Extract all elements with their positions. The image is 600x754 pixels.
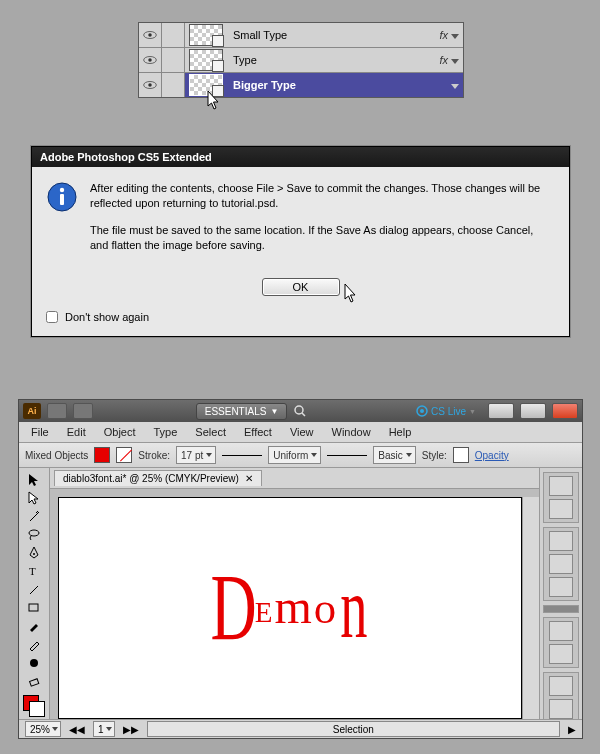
menu-file[interactable]: File: [23, 424, 57, 440]
paintbrush-tool[interactable]: [23, 618, 45, 634]
layer-row[interactable]: Small Type fx: [139, 23, 463, 48]
fill-stroke-indicator[interactable]: [23, 695, 45, 715]
svg-point-14: [33, 553, 35, 555]
ai-titlebar[interactable]: Ai ESSENTIALS ▼ CS Live ▼: [19, 400, 582, 422]
stroke-swatch[interactable]: [116, 447, 132, 463]
document-tab[interactable]: diablo3font.ai* @ 25% (CMYK/Preview) ✕: [54, 470, 262, 486]
artboard-nav-prev[interactable]: ◀◀: [69, 724, 85, 735]
close-tab-icon[interactable]: ✕: [245, 473, 253, 484]
panel-group[interactable]: [543, 605, 579, 613]
type-tool[interactable]: T: [23, 563, 45, 579]
fx-indicator[interactable]: fx: [429, 54, 463, 66]
layer-thumbnail[interactable]: [189, 74, 223, 96]
lasso-tool[interactable]: [23, 527, 45, 543]
swatches-panel-icon[interactable]: [549, 499, 573, 519]
menu-type[interactable]: Type: [146, 424, 186, 440]
menu-edit[interactable]: Edit: [59, 424, 94, 440]
minimize-button[interactable]: [488, 403, 514, 419]
visibility-toggle[interactable]: [139, 48, 162, 72]
arrange-docs-icon[interactable]: [73, 403, 93, 419]
symbols-panel-icon[interactable]: [549, 676, 573, 696]
appearance-panel-icon[interactable]: [549, 621, 573, 641]
selection-tool[interactable]: [23, 472, 45, 488]
stroke-preview: [222, 455, 262, 456]
visibility-toggle[interactable]: [139, 23, 162, 47]
layer-thumbnail[interactable]: [189, 49, 223, 71]
panel-group[interactable]: [543, 527, 579, 601]
opacity-link[interactable]: Opacity: [475, 450, 509, 461]
menu-view[interactable]: View: [282, 424, 322, 440]
profile-dropdown[interactable]: Uniform: [268, 446, 321, 464]
direct-selection-tool[interactable]: [23, 490, 45, 506]
transparency-panel-icon[interactable]: [549, 577, 573, 597]
document-tabs: diablo3font.ai* @ 25% (CMYK/Preview) ✕: [50, 468, 539, 489]
stroke-panel-icon[interactable]: [549, 531, 573, 551]
status-mode[interactable]: Selection: [147, 721, 560, 737]
svg-rect-8: [60, 194, 64, 205]
lock-cell[interactable]: [162, 23, 185, 47]
svg-text:T: T: [29, 565, 36, 577]
eye-icon: [143, 55, 157, 65]
style-swatch[interactable]: [453, 447, 469, 463]
maximize-button[interactable]: [520, 403, 546, 419]
rectangle-tool[interactable]: [23, 600, 45, 616]
eraser-tool[interactable]: [23, 673, 45, 689]
stroke-weight-dropdown[interactable]: 17 pt: [176, 446, 216, 464]
svg-point-12: [420, 409, 424, 413]
svg-point-5: [148, 83, 152, 87]
chevron-down-icon: ▼: [270, 407, 278, 416]
layer-name[interactable]: Small Type: [227, 29, 429, 41]
workspace-switcher[interactable]: ESSENTIALS ▼: [196, 403, 288, 420]
dont-show-again-checkbox[interactable]: Don't show again: [42, 308, 559, 326]
lock-cell[interactable]: [162, 73, 185, 97]
selection-info: Mixed Objects: [25, 450, 88, 461]
fx-indicator[interactable]: fx: [429, 29, 463, 41]
svg-point-13: [29, 530, 39, 536]
checkbox[interactable]: [46, 311, 58, 323]
artboard-nav-next[interactable]: ▶▶: [123, 724, 139, 735]
menu-effect[interactable]: Effect: [236, 424, 280, 440]
menu-help[interactable]: Help: [381, 424, 420, 440]
layer-thumbnail[interactable]: [189, 24, 223, 46]
artwork-text[interactable]: Demon: [211, 571, 370, 645]
fill-swatch[interactable]: [94, 447, 110, 463]
layers-panel-icon[interactable]: [549, 644, 573, 664]
dialog-title: Adobe Photoshop CS5 Extended: [32, 147, 569, 167]
zoom-dropdown[interactable]: 25%: [25, 721, 61, 737]
status-menu-icon[interactable]: ▶: [568, 724, 576, 735]
brush-dropdown[interactable]: Basic: [373, 446, 415, 464]
gradient-panel-icon[interactable]: [549, 554, 573, 574]
panel-group[interactable]: [543, 617, 579, 668]
panel-group[interactable]: [543, 472, 579, 523]
pencil-tool[interactable]: [23, 636, 45, 652]
layers-panel: Small Type fx Type fx Bigger Type: [138, 22, 464, 98]
lock-cell[interactable]: [162, 48, 185, 72]
menu-select[interactable]: Select: [187, 424, 234, 440]
status-bar: 25% ◀◀ 1 ▶▶ Selection ▶: [19, 719, 582, 738]
brushes-panel-icon[interactable]: [549, 699, 573, 719]
vertical-scrollbar[interactable]: [522, 497, 539, 719]
search-icon[interactable]: [293, 404, 307, 418]
eye-icon: [143, 80, 157, 90]
layer-row[interactable]: Type fx: [139, 48, 463, 73]
layer-name[interactable]: Bigger Type: [227, 79, 429, 91]
layer-name[interactable]: Type: [227, 54, 429, 66]
cs-live-button[interactable]: CS Live ▼: [416, 405, 476, 417]
pen-tool[interactable]: [23, 545, 45, 561]
close-button[interactable]: [552, 403, 578, 419]
color-panel-icon[interactable]: [549, 476, 573, 496]
menu-window[interactable]: Window: [324, 424, 379, 440]
menu-object[interactable]: Object: [96, 424, 144, 440]
fx-indicator[interactable]: [429, 79, 463, 91]
canvas[interactable]: Demon: [58, 497, 522, 719]
line-tool[interactable]: [23, 582, 45, 598]
blob-brush-tool[interactable]: [23, 655, 45, 671]
layer-row-selected[interactable]: Bigger Type: [139, 73, 463, 97]
ok-button[interactable]: OK: [262, 278, 340, 296]
illustrator-window: Ai ESSENTIALS ▼ CS Live ▼ File Edit Obje…: [18, 399, 583, 739]
artboard-number[interactable]: 1: [93, 721, 115, 737]
panel-group[interactable]: [543, 672, 579, 723]
visibility-toggle[interactable]: [139, 73, 162, 97]
bridge-icon[interactable]: [47, 403, 67, 419]
magic-wand-tool[interactable]: [23, 509, 45, 525]
